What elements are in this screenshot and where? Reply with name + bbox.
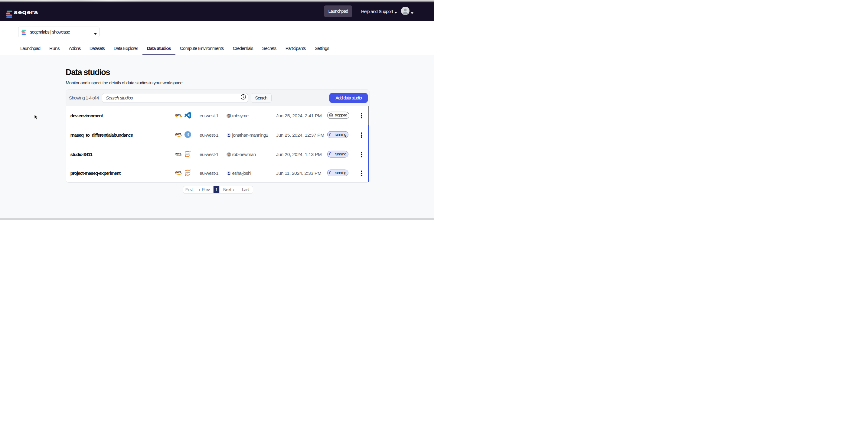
svg-text:R: R bbox=[186, 132, 189, 137]
svg-text:jupyter: jupyter bbox=[185, 172, 190, 174]
svg-text:jupyter: jupyter bbox=[185, 153, 190, 155]
svg-text:aws: aws bbox=[175, 170, 181, 174]
svg-text:aws: aws bbox=[175, 152, 181, 155]
svg-text:aws: aws bbox=[175, 132, 181, 136]
svg-text:aws: aws bbox=[175, 113, 181, 116]
